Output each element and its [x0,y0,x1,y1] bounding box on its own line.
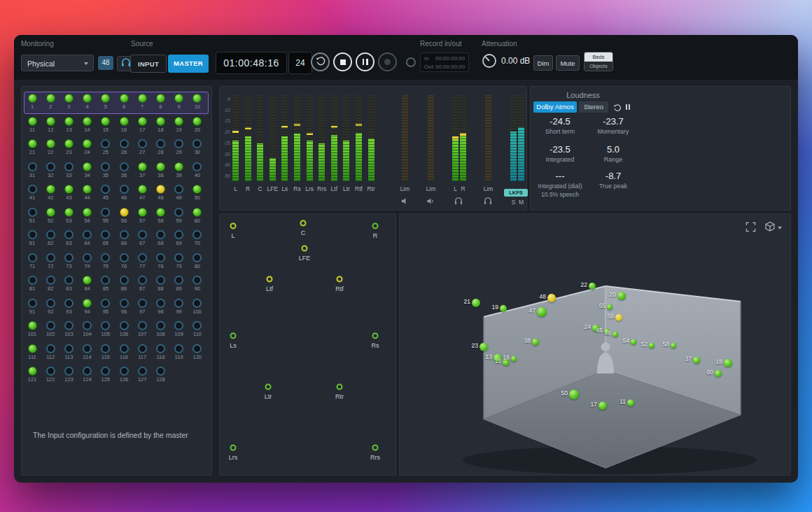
channel-indicator-11[interactable]: 11 [23,117,41,133]
channel-indicator-123[interactable]: 123 [59,367,78,383]
channel-indicator-60[interactable]: 60 [188,208,206,224]
channel-indicator-33[interactable]: 33 [59,162,78,178]
channel-indicator-40[interactable]: 40 [188,162,206,178]
channel-indicator-71[interactable]: 71 [23,253,41,269]
channel-indicator-108[interactable]: 108 [151,321,169,337]
channel-indicator-99[interactable]: 99 [170,299,188,315]
channel-indicator-46[interactable]: 46 [115,185,133,201]
channel-indicator-28[interactable]: 28 [151,139,169,155]
channel-indicator-120[interactable]: 120 [188,344,206,360]
channel-count-badge[interactable]: 48 [98,56,113,70]
channel-indicator-8[interactable]: 8 [151,94,169,110]
channel-indicator-112[interactable]: 112 [41,344,59,360]
channel-indicator-51[interactable]: 51 [23,208,41,224]
channel-indicator-87[interactable]: 87 [133,276,151,292]
channel-indicator-72[interactable]: 72 [41,253,59,269]
loudness-reset-button[interactable] [613,102,622,115]
channel-indicator-100[interactable]: 100 [188,299,206,315]
channel-indicator-109[interactable]: 109 [170,321,188,337]
channel-indicator-37[interactable]: 37 [133,162,151,178]
channel-indicator-86[interactable]: 86 [115,276,133,292]
channel-indicator-55[interactable]: 55 [97,208,115,224]
channel-indicator-49[interactable]: 49 [170,185,188,201]
channel-indicator-79[interactable]: 79 [170,253,188,269]
channel-indicator-45[interactable]: 45 [97,185,115,201]
resync-button[interactable] [311,52,330,71]
channel-indicator-119[interactable]: 119 [170,344,188,360]
channel-indicator-22[interactable]: 22 [41,139,59,155]
channel-indicator-31[interactable]: 31 [23,162,41,178]
channel-indicator-101[interactable]: 101 [23,321,41,337]
channel-indicator-82[interactable]: 82 [41,276,59,292]
channel-indicator-81[interactable]: 81 [23,276,41,292]
channel-indicator-65[interactable]: 65 [97,230,115,246]
channel-indicator-103[interactable]: 103 [59,321,78,337]
attenuation-dial[interactable] [482,53,497,71]
channel-indicator-29[interactable]: 29 [170,139,188,155]
channel-indicator-17[interactable]: 17 [133,117,151,133]
channel-indicator-102[interactable]: 102 [41,321,59,337]
channel-indicator-73[interactable]: 73 [59,253,78,269]
channel-indicator-54[interactable]: 54 [78,208,97,224]
channel-indicator-44[interactable]: 44 [78,185,97,201]
channel-indicator-90[interactable]: 90 [188,276,206,292]
channel-indicator-41[interactable]: 41 [23,185,41,201]
channel-indicator-13[interactable]: 13 [59,117,78,133]
channel-indicator-7[interactable]: 7 [133,94,151,110]
channel-indicator-50[interactable]: 50 [188,185,206,201]
channel-indicator-118[interactable]: 118 [151,344,169,360]
channel-indicator-56[interactable]: 56 [115,208,133,224]
channel-indicator-78[interactable]: 78 [151,253,169,269]
channel-indicator-42[interactable]: 42 [41,185,59,201]
channel-indicator-121[interactable]: 121 [23,367,41,383]
channel-indicator-96[interactable]: 96 [115,299,133,315]
channel-indicator-104[interactable]: 104 [78,321,97,337]
channel-indicator-36[interactable]: 36 [115,162,133,178]
channel-indicator-6[interactable]: 6 [115,94,133,110]
channel-indicator-127[interactable]: 127 [133,367,151,383]
source-input-button[interactable]: INPUT [130,55,167,73]
channel-indicator-117[interactable]: 117 [133,344,151,360]
channel-indicator-64[interactable]: 64 [78,230,97,246]
channel-indicator-110[interactable]: 110 [188,321,206,337]
channel-indicator-97[interactable]: 97 [133,299,151,315]
channel-indicator-48[interactable]: 48 [151,185,169,201]
channel-indicator-5[interactable]: 5 [97,94,115,110]
channel-indicator-88[interactable]: 88 [151,276,169,292]
channel-indicator-83[interactable]: 83 [59,276,78,292]
channel-indicator-93[interactable]: 93 [59,299,78,315]
view-mode-button[interactable] [764,221,782,235]
source-master-button[interactable]: MASTER [168,55,209,73]
channel-indicator-91[interactable]: 91 [23,299,41,315]
channel-indicator-9[interactable]: 9 [170,94,188,110]
dim-button[interactable]: Dim [533,55,553,71]
channel-indicator-27[interactable]: 27 [133,139,151,155]
channel-indicator-58[interactable]: 58 [151,208,169,224]
channel-indicator-32[interactable]: 32 [41,162,59,178]
channel-indicator-26[interactable]: 26 [115,139,133,155]
channel-indicator-52[interactable]: 52 [41,208,59,224]
channel-indicator-47[interactable]: 47 [133,185,151,201]
channel-indicator-53[interactable]: 53 [59,208,78,224]
channel-indicator-128[interactable]: 128 [151,367,169,383]
fullscreen-button[interactable] [746,222,756,235]
channel-indicator-89[interactable]: 89 [170,276,188,292]
channel-indicator-124[interactable]: 124 [78,367,97,383]
channel-indicator-34[interactable]: 34 [78,162,97,178]
channel-indicator-25[interactable]: 25 [97,139,115,155]
channel-indicator-111[interactable]: 111 [23,344,41,360]
channel-indicator-14[interactable]: 14 [78,117,97,133]
channel-indicator-24[interactable]: 24 [78,139,97,155]
channel-indicator-39[interactable]: 39 [170,162,188,178]
channel-indicator-69[interactable]: 69 [170,230,188,246]
channel-indicator-18[interactable]: 18 [151,117,169,133]
channel-indicator-122[interactable]: 122 [41,367,59,383]
channel-indicator-105[interactable]: 105 [97,321,115,337]
loudness-pause-button[interactable] [626,104,630,110]
channel-indicator-38[interactable]: 38 [151,162,169,178]
channel-indicator-43[interactable]: 43 [59,185,78,201]
record-button[interactable] [378,52,397,71]
channel-indicator-62[interactable]: 62 [41,230,59,246]
channel-indicator-75[interactable]: 75 [97,253,115,269]
channel-indicator-12[interactable]: 12 [41,117,59,133]
